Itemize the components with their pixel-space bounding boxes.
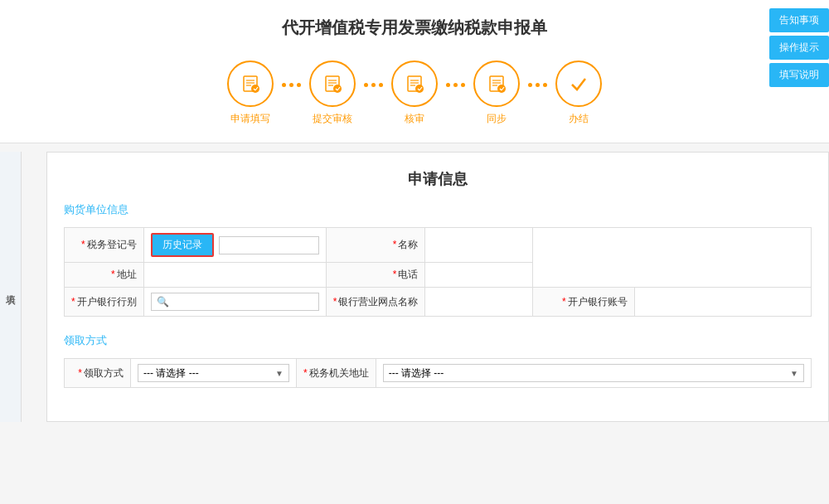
tax-address-cell: --- 请选择 --- ▼ [376,359,811,388]
tax-reg-label: *税务登记号 [65,228,144,263]
phone-label: *电话 [326,263,425,288]
step-5-icon [567,72,590,95]
fill-guide-button[interactable]: 填写说明 [769,63,829,87]
step-3-circle [391,61,438,107]
step-5-label: 办结 [569,112,589,126]
dots-3 [444,83,467,104]
name-cell [425,228,533,263]
bank-type-search-wrap: 🔍 [151,293,319,311]
receive-row-1: *领取方式 --- 请选择 --- ▼ [65,359,812,388]
svg-point-18 [415,85,424,93]
required-star-8: * [78,367,82,379]
step-1-circle [227,61,274,107]
step-4-circle [473,61,520,107]
receive-info-table: *领取方式 --- 请选择 --- ▼ [64,358,812,388]
step-2-circle [309,61,356,107]
tax-reg-cell: 历史记录 [143,228,326,263]
address-label: *地址 [65,263,144,288]
right-buttons-group: 告知事项 操作提示 填写说明 [769,8,829,87]
tax-address-label: *税务机关地址 [297,359,376,388]
name-input[interactable] [432,240,526,251]
buyer-section: 购货单位信息 *税务登记号 历史记录 [64,202,812,317]
step-5: 办结 [555,61,602,126]
sidebar-tab[interactable]: 填表 [0,152,22,422]
step-3-icon [403,72,426,95]
bank-account-label: *开户银行账号 [533,288,634,317]
tips-button[interactable]: 操作提示 [769,36,829,60]
search-icon: 🔍 [157,296,169,308]
step-4-icon [485,72,508,95]
table-row-3: *开户银行行别 🔍 *银行营业网点名称 [65,288,812,317]
svg-point-11 [333,85,342,93]
bank-branch-label: *银行营业网点名称 [326,288,425,317]
required-star-1: * [81,239,85,250]
step-3-label: 核审 [405,112,424,126]
step-4: 同步 [473,61,520,126]
bank-branch-input[interactable] [432,297,526,308]
buyer-info-table: *税务登记号 历史记录 *名称 [64,227,812,317]
required-star-9: * [303,367,308,379]
required-star-3: * [111,269,115,280]
step-1-icon [239,72,262,95]
page-title: 代开增值税专用发票缴纳税款申报单 [0,8,829,52]
bank-type-input[interactable] [172,296,313,308]
bank-type-cell: 🔍 [143,288,326,317]
tax-reg-input[interactable] [219,236,319,254]
bank-type-label: *开户银行行别 [65,288,144,317]
phone-cell [425,263,533,288]
history-button[interactable]: 历史记录 [151,233,214,257]
receive-method-cell: --- 请选择 --- ▼ [131,359,297,388]
receive-method-select[interactable]: --- 请选择 --- [143,367,284,379]
notice-button[interactable]: 告知事项 [769,8,829,32]
receive-section: 领取方式 *领取方式 --- 请选择 --- [64,333,812,388]
bank-account-cell [634,288,811,317]
required-star-4: * [393,269,397,280]
step-1: 申请填写 [227,61,274,126]
dots-1 [280,83,303,104]
bank-account-input[interactable] [642,297,804,308]
form-section-title: 申请信息 [64,169,812,189]
required-star-6: * [333,296,337,308]
required-star-5: * [71,296,75,308]
receive-method-label: *领取方式 [65,359,131,388]
table-row-2: *地址 *电话 [65,263,812,288]
step-2-icon [321,72,344,95]
dots-2 [362,83,385,104]
buyer-section-title: 购货单位信息 [64,202,812,220]
address-input[interactable] [151,269,319,281]
tax-address-select[interactable]: --- 请选择 --- [389,367,798,379]
dots-4 [526,83,549,104]
step-2: 提交审核 [309,61,356,126]
step-2-label: 提交审核 [313,112,352,126]
step-1-label: 申请填写 [230,112,270,126]
steps-container: 申请填写 提交审核 [0,52,829,143]
step-3: 核审 [391,61,438,126]
svg-point-25 [497,85,506,93]
step-5-circle [555,61,602,107]
phone-input[interactable] [432,269,526,281]
name-label: *名称 [326,228,425,263]
required-star-2: * [393,239,397,250]
address-cell [143,263,326,288]
table-row-1: *税务登记号 历史记录 *名称 [65,228,812,263]
tax-address-select-wrap: --- 请选择 --- ▼ [383,364,804,382]
receive-section-title: 领取方式 [64,333,812,351]
bank-branch-cell [425,288,533,317]
receive-method-select-wrap: --- 请选择 --- ▼ [138,364,289,382]
required-star-7: * [562,296,566,308]
step-4-label: 同步 [487,112,507,126]
svg-point-4 [251,85,259,93]
